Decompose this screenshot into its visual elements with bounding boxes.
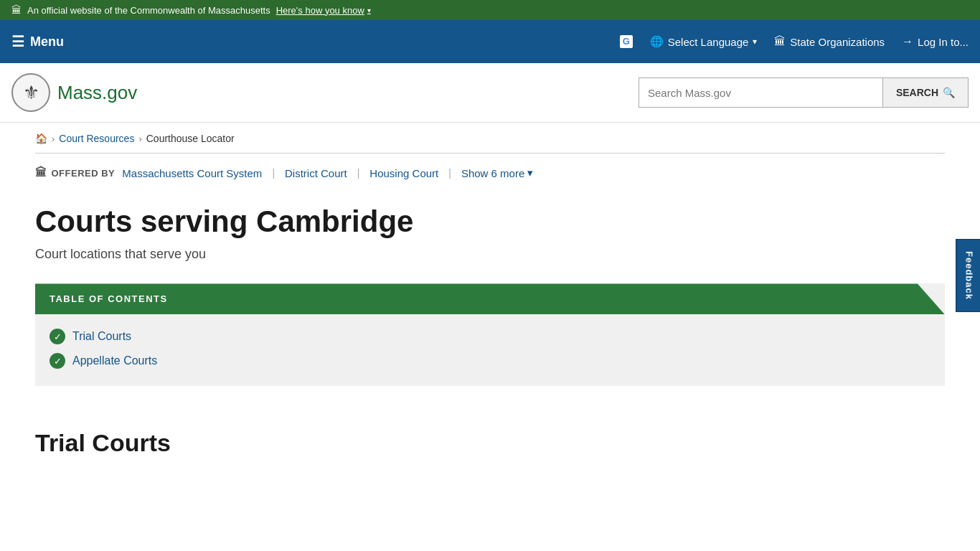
toc-item-appellate: ✓ Appellate Courts (50, 353, 930, 369)
heres-how-you-know-link[interactable]: Here's how you know ▾ (276, 5, 371, 16)
top-banner: 🏛 An official website of the Commonwealt… (0, 0, 980, 20)
language-label: Select Language (668, 36, 749, 48)
feedback-tab[interactable]: Feedback (956, 239, 980, 312)
show-more-chevron-icon: ▾ (527, 166, 533, 179)
know-link-text: Here's how you know (276, 5, 364, 16)
feedback-label: Feedback (964, 251, 975, 300)
google-translate-icon-item: G (620, 35, 633, 48)
globe-icon: 🌐 (650, 35, 664, 48)
offered-by-building-icon: 🏛 (35, 166, 47, 179)
mass-seal-icon: ⚜ (11, 73, 50, 112)
menu-label: Menu (30, 34, 64, 50)
housing-court-link[interactable]: Housing Court (369, 167, 438, 179)
official-text: An official website of the Commonwealth … (27, 5, 270, 16)
toc-check-trial-icon: ✓ (50, 329, 65, 344)
breadcrumb-sep-2: › (138, 133, 141, 144)
login-icon: → (902, 35, 913, 48)
building-nav-icon: 🏛 (774, 35, 786, 48)
offered-sep-2: | (357, 167, 360, 179)
know-chevron-icon: ▾ (367, 6, 371, 14)
commonwealth-seal-icon: 🏛 (11, 4, 22, 16)
login-label: Log In to... (918, 36, 969, 48)
toc-items: ✓ Trial Courts ✓ Appellate Courts (35, 314, 945, 386)
state-organizations-link[interactable]: 🏛 State Organizations (774, 35, 885, 48)
language-chevron-icon: ▾ (753, 37, 757, 47)
toc-item-trial: ✓ Trial Courts (50, 329, 930, 344)
trial-courts-section: Trial Courts (24, 415, 956, 471)
page-subtitle: Court locations that serve you (35, 247, 945, 262)
offered-sep-3: | (448, 167, 451, 179)
breadcrumb-sep-1: › (52, 133, 55, 144)
login-link[interactable]: → Log In to... (902, 35, 969, 48)
search-button-label: SEARCH (896, 87, 938, 98)
toc-trial-courts-link[interactable]: Trial Courts (72, 330, 131, 343)
breadcrumb-current: Courthouse Locator (146, 133, 235, 144)
nav-right: G 🌐 Select Language ▾ 🏛 State Organizati… (620, 35, 969, 48)
offered-by-label: 🏛 OFFERED BY (35, 166, 115, 179)
search-input[interactable] (639, 78, 882, 107)
google-g-icon: G (620, 35, 633, 48)
logo-header: ⚜ Mass.gov SEARCH 🔍 (0, 63, 980, 123)
main-content: 🏠 › Court Resources › Courthouse Locator… (24, 123, 956, 386)
breadcrumb: 🏠 › Court Resources › Courthouse Locator (35, 123, 945, 154)
ma-court-system-link[interactable]: Massachusetts Court System (122, 167, 262, 179)
toc-appellate-courts-link[interactable]: Appellate Courts (72, 354, 157, 367)
home-icon: 🏠 (35, 133, 47, 144)
page-title: Courts serving Cambridge (35, 204, 945, 240)
menu-button[interactable]: ☰ Menu (11, 33, 64, 50)
district-court-link[interactable]: District Court (285, 167, 347, 179)
trial-courts-title: Trial Courts (35, 429, 945, 457)
hamburger-icon: ☰ (11, 33, 24, 50)
search-button[interactable]: SEARCH 🔍 (882, 78, 968, 107)
offered-sep-1: | (272, 167, 275, 179)
state-orgs-label: State Organizations (790, 36, 885, 48)
logo-text: Mass.gov (57, 82, 137, 104)
search-icon: 🔍 (943, 87, 955, 98)
logo-link[interactable]: ⚜ Mass.gov (11, 73, 137, 112)
breadcrumb-home-link[interactable]: 🏠 (35, 133, 47, 144)
language-selector[interactable]: 🌐 Select Language ▾ (650, 35, 758, 48)
table-of-contents: TABLE OF CONTENTS ✓ Trial Courts ✓ Appel… (35, 283, 945, 386)
show-more-link[interactable]: Show 6 more ▾ (461, 166, 533, 179)
toc-header: TABLE OF CONTENTS (35, 283, 945, 314)
offered-by-bar: 🏛 OFFERED BY Massachusetts Court System … (35, 154, 945, 189)
toc-check-appellate-icon: ✓ (50, 353, 65, 369)
breadcrumb-court-resources-link[interactable]: Court Resources (59, 133, 134, 144)
search-area: SEARCH 🔍 (639, 77, 969, 108)
nav-header: ☰ Menu G 🌐 Select Language ▾ 🏛 State Org… (0, 20, 980, 63)
